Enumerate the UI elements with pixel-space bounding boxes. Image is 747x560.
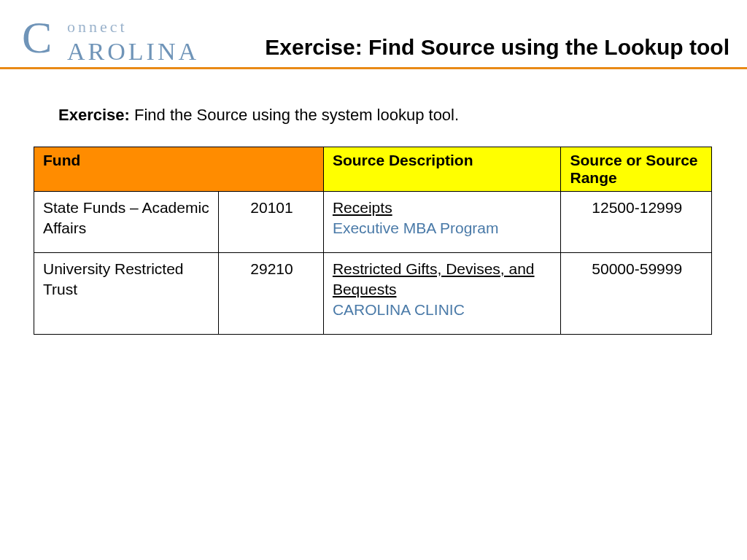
page-title: Exercise: Find Source using the Lookup t… (265, 35, 729, 60)
table-row: University Restricted Trust 29210 Restri… (34, 252, 712, 334)
logo-word-onnect: onnect (67, 19, 128, 35)
cell-source-range: 12500-12999 (561, 192, 712, 253)
lookup-table: Fund Source Description Source or Source… (34, 147, 712, 335)
body: Exercise: Find the Source using the syst… (0, 69, 747, 335)
cell-fund-code: 20101 (219, 192, 324, 253)
col-source-description: Source Description (323, 147, 561, 192)
header: C onnect AROLINA Exercise: Find Source u… (0, 0, 747, 69)
logo: C onnect AROLINA (22, 16, 55, 61)
exercise-line: Exercise: Find the Source using the syst… (58, 106, 713, 125)
col-fund: Fund (34, 147, 324, 192)
cell-fund-code: 29210 (219, 252, 324, 334)
cell-source-description: Restricted Gifts, Devises, and Bequests … (323, 252, 561, 334)
desc-blue: CAROLINA CLINIC (333, 301, 465, 318)
col-source-range: Source or Source Range (561, 147, 712, 192)
table-header-row: Fund Source Description Source or Source… (34, 147, 712, 192)
exercise-text: Find the Source using the system lookup … (130, 106, 459, 124)
exercise-label: Exercise: (58, 106, 130, 124)
logo-letter-c: C (22, 15, 55, 60)
desc-blue: Executive MBA Program (333, 219, 499, 236)
logo-word-arolina: AROLINA (67, 39, 199, 64)
cell-source-range: 50000-59999 (561, 252, 712, 334)
desc-underline: Restricted Gifts, Devises, and Bequests (333, 260, 535, 298)
cell-source-description: Receipts Executive MBA Program (323, 192, 561, 253)
cell-fund-name: University Restricted Trust (34, 252, 219, 334)
desc-underline: Receipts (333, 199, 392, 216)
table-row: State Funds – Academic Affairs 20101 Rec… (34, 192, 712, 253)
cell-fund-name: State Funds – Academic Affairs (34, 192, 219, 253)
